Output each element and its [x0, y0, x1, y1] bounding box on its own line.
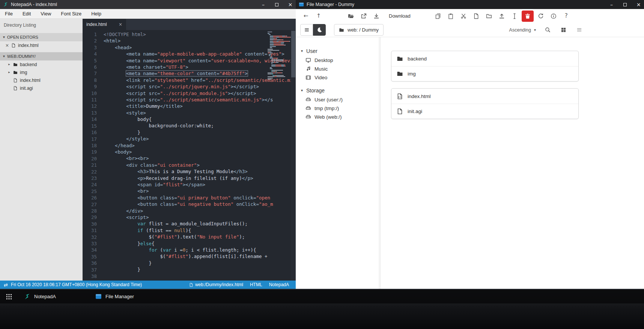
statusbar-language[interactable]: HTML [250, 282, 262, 287]
taskbar: NotepadAFile Manager [0, 290, 644, 303]
menu-item-edit[interactable]: Edit [18, 9, 36, 18]
scrollbar-thumb[interactable] [291, 31, 295, 77]
open-external-button[interactable] [358, 11, 369, 22]
fm-sidebar-item-music[interactable]: Music [296, 65, 379, 73]
drive-icon [305, 97, 311, 103]
copy-button[interactable] [432, 11, 444, 22]
code-line: </head> [104, 142, 296, 149]
code-line: } [104, 129, 296, 136]
file-group-2: index.htmlinit.agi [391, 88, 579, 119]
menu-toggle-button[interactable] [300, 24, 313, 36]
code-line: <meta name="apple-mobile-web-app-capable… [104, 51, 296, 57]
code-line: <html> [104, 38, 296, 44]
menu-item-file[interactable]: File [0, 9, 18, 18]
line-number: 10 [83, 90, 97, 97]
up-button[interactable]: ↑ [313, 11, 324, 22]
item-label: Music [314, 66, 328, 72]
dark-mode-button[interactable] [313, 24, 326, 36]
file-row-index-html[interactable]: index.html [391, 89, 578, 104]
fm-section-user[interactable]: ▾User [296, 46, 379, 56]
file-row-backend[interactable]: backend [391, 51, 578, 66]
line-number: 23 [83, 175, 97, 181]
code-line: <h3>This is a Dummy Testing Module</h3> [104, 168, 296, 175]
search-button[interactable] [543, 26, 552, 34]
fm-sidebar-tree: ▾UserDesktopMusicVideo▾StorageUser (user… [296, 37, 381, 289]
new-folder-button[interactable] [483, 11, 495, 22]
fm-titlebar[interactable]: File Manager - Dummy – × [296, 0, 644, 9]
open-editor-index-html[interactable]: ×index.html [0, 41, 83, 49]
code-line: <br><br> [104, 155, 296, 161]
fm-sidebar-item-video[interactable]: Video [296, 73, 379, 82]
code-line: $("#flist").append(flist[i].filename + [104, 253, 296, 260]
line-number: 7 [83, 70, 97, 77]
np-titlebar[interactable]: NotepadA - index.html – × [0, 0, 296, 9]
open-button[interactable] [345, 11, 357, 22]
fm-sidebar-item-tmp-tmp[interactable]: tmp (tmp:/) [296, 104, 379, 113]
np-code[interactable]: <!DOCTYPE html><html> <head> <meta name=… [102, 30, 296, 281]
taskbar-item-notepada[interactable]: NotepadA [21, 291, 92, 302]
tree-item-backend[interactable]: ▸backend [0, 60, 83, 68]
upload-button[interactable] [496, 11, 507, 22]
file-icon [189, 283, 193, 287]
tree-item-index-html[interactable]: index.html [0, 76, 83, 84]
code-line: <script src="../script/jquery.min.js"></… [104, 83, 296, 90]
tab-index-html[interactable]: index.html × [83, 19, 126, 30]
np-maximize-button[interactable] [271, 0, 282, 9]
fm-maximize-button[interactable] [620, 0, 630, 9]
list-view-button[interactable] [575, 26, 583, 34]
download-icon-button[interactable] [371, 11, 382, 22]
sync-icon[interactable]: ⇄ [4, 282, 8, 287]
close-icon[interactable]: × [5, 43, 9, 48]
code-line: <button class="ui primary button" onclic… [104, 195, 296, 201]
rename-button[interactable] [509, 11, 520, 22]
file-outline-icon [11, 43, 16, 48]
info-button[interactable] [548, 11, 559, 22]
menu-item-font-size[interactable]: Font Size [56, 9, 86, 18]
file-outline-icon [397, 108, 403, 115]
cut-button[interactable] [458, 11, 469, 22]
item-label: Web (web:/) [314, 114, 342, 120]
fm-minimize-button[interactable]: – [606, 0, 617, 9]
np-close-button[interactable]: × [285, 0, 296, 9]
fm-sidebar-item-desktop[interactable]: Desktop [296, 56, 379, 65]
refresh-button[interactable] [535, 11, 546, 22]
line-number: 17 [83, 136, 97, 142]
menu-item-help[interactable]: Help [86, 9, 106, 18]
line-number: 3 [83, 44, 97, 51]
tree-item-img[interactable]: ▸img [0, 68, 83, 76]
np-window-title: NotepadA - index.html [11, 2, 57, 7]
line-number: 5 [83, 57, 97, 64]
np-minimap[interactable] [268, 32, 289, 81]
code-line: } [104, 260, 296, 266]
tab-close-icon[interactable]: × [119, 22, 122, 27]
menu-item-view[interactable]: View [36, 9, 56, 18]
taskbar-item-file-manager[interactable]: File Manager [92, 291, 164, 302]
breadcrumb[interactable]: web: / Dummy [334, 24, 384, 36]
tree-item-init-agi[interactable]: init.agi [0, 84, 83, 92]
workspace-header[interactable]: ▾ WEB:/DUMMY/ [0, 52, 83, 60]
grid-view-button[interactable] [559, 26, 567, 34]
delete-button[interactable] [522, 11, 534, 22]
help-button[interactable]: ? [561, 11, 572, 22]
file-row-img[interactable]: img [391, 66, 578, 81]
line-number: 25 [83, 188, 97, 195]
np-editor[interactable]: 1234567891011121314151617181920212223242… [83, 30, 296, 281]
open-editors-header[interactable]: ▾ OPEN EDITORS [0, 33, 83, 41]
sort-dropdown[interactable]: Ascending ▾ [509, 27, 536, 33]
paste-button[interactable] [445, 11, 456, 22]
fm-section-storage[interactable]: ▾Storage [296, 86, 379, 95]
np-editor-scrollbar[interactable] [291, 30, 296, 281]
new-file-button[interactable] [471, 11, 482, 22]
music-icon [305, 66, 311, 72]
np-gutter: 1234567891011121314151617181920212223242… [83, 30, 102, 281]
code-line: <style> [104, 110, 296, 116]
line-number: 33 [83, 240, 97, 247]
back-button[interactable]: ← [300, 11, 311, 22]
download-button[interactable]: Download [384, 11, 416, 22]
file-row-init-agi[interactable]: init.agi [391, 104, 578, 119]
fm-close-button[interactable]: × [633, 0, 644, 9]
np-minimize-button[interactable]: – [258, 0, 269, 9]
fm-sidebar-item-user-user[interactable]: User (user:/) [296, 95, 379, 104]
app-launcher-button[interactable] [4, 291, 14, 302]
fm-sidebar-item-web-web[interactable]: Web (web:/) [296, 113, 379, 121]
